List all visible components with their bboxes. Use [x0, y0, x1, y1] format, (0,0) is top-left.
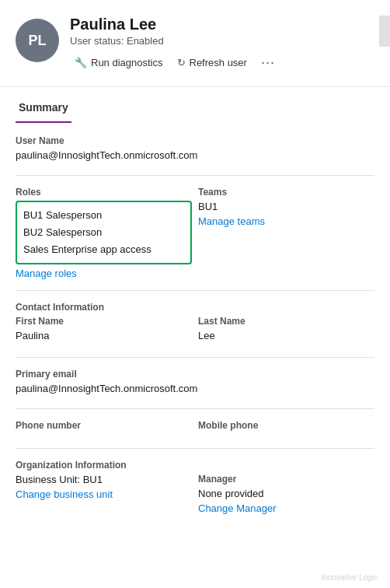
action-bar: 🔧 Run diagnostics ↻ Refresh user ··· [70, 53, 374, 72]
avatar: PL [16, 19, 59, 62]
teams-label: Teams [198, 187, 374, 198]
manage-roles-link[interactable]: Manage roles [16, 268, 192, 279]
role-item-3: Sales Enterprise app access [23, 241, 184, 258]
scroll-indicator [379, 16, 390, 47]
org-section: Organization Information Business Unit: … [16, 460, 374, 514]
username-value: paulina@InnosightTech.onmicrosoft.com [16, 149, 374, 161]
mobile-field: Mobile phone [198, 420, 374, 434]
user-status: User status: Enabled [70, 35, 374, 47]
contact-fields: First Name Paulina Last Name Lee [16, 316, 374, 343]
header-divider [0, 86, 390, 87]
primary-email-value: paulina@InnosightTech.onmicrosoft.com [16, 383, 374, 394]
tabs-container: Summary [0, 93, 390, 123]
divider-2 [16, 290, 374, 291]
username-label: User Name [16, 135, 374, 146]
manager-value: None provided [198, 488, 374, 499]
divider-1 [16, 175, 374, 176]
more-options-button[interactable]: ··· [256, 53, 280, 72]
refresh-icon: ↻ [177, 57, 186, 68]
manager-label: Manager [198, 474, 374, 485]
username-section: User Name paulina@InnosightTech.onmicros… [16, 135, 374, 161]
teams-column: Teams BU1 Manage teams [198, 187, 374, 279]
refresh-user-button[interactable]: ↻ Refresh user [172, 54, 252, 72]
roles-box: BU1 Salesperson BU2 Salesperson Sales En… [16, 201, 192, 264]
first-name-value: Paulina [16, 330, 192, 341]
email-section: Primary email paulina@InnosightTech.onmi… [16, 369, 374, 394]
divider-3 [16, 357, 374, 358]
first-name-field: First Name Paulina [16, 316, 192, 343]
last-name-value: Lee [198, 330, 374, 341]
user-name: Paulina Lee [70, 16, 374, 33]
phone-section: Phone number Mobile phone [16, 420, 374, 434]
user-info-section: Paulina Lee User status: Enabled 🔧 Run d… [70, 16, 374, 72]
contact-section: Contact Information First Name Paulina L… [16, 302, 374, 343]
mobile-label: Mobile phone [198, 420, 374, 431]
tab-summary[interactable]: Summary [16, 93, 71, 123]
last-name-field: Last Name Lee [198, 316, 374, 343]
watermark: Innovative Logic [322, 573, 378, 582]
run-diagnostics-button[interactable]: 🔧 Run diagnostics [70, 54, 168, 72]
org-fields: Business Unit: BU1 Change business unit … [16, 474, 374, 514]
role-item-1: BU1 Salesperson [23, 207, 184, 224]
change-business-unit-link[interactable]: Change business unit [16, 488, 192, 500]
last-name-label: Last Name [198, 316, 374, 327]
org-label: Organization Information [16, 460, 374, 471]
roles-teams-section: Roles BU1 Salesperson BU2 Salesperson Sa… [16, 187, 374, 279]
teams-value: BU1 [198, 201, 374, 212]
business-unit-field: Business Unit: BU1 Change business unit [16, 474, 192, 514]
role-item-2: BU2 Salesperson [23, 224, 184, 241]
manage-teams-link[interactable]: Manage teams [198, 215, 374, 227]
contact-label: Contact Information [16, 302, 374, 313]
first-name-label: First Name [16, 316, 192, 327]
divider-4 [16, 408, 374, 409]
change-manager-link[interactable]: Change Manager [198, 502, 374, 514]
divider-5 [16, 448, 374, 449]
roles-column: Roles BU1 Salesperson BU2 Salesperson Sa… [16, 187, 192, 279]
main-content: User Name paulina@InnosightTech.onmicros… [0, 123, 390, 541]
more-icon: ··· [261, 54, 275, 70]
primary-email-label: Primary email [16, 369, 374, 380]
phone-label: Phone number [16, 420, 192, 431]
manager-field: Manager None provided Change Manager [198, 474, 374, 514]
business-unit-value: Business Unit: BU1 [16, 474, 192, 485]
diagnostics-icon: 🔧 [75, 57, 87, 68]
phone-field: Phone number [16, 420, 192, 434]
roles-label: Roles [16, 187, 192, 198]
